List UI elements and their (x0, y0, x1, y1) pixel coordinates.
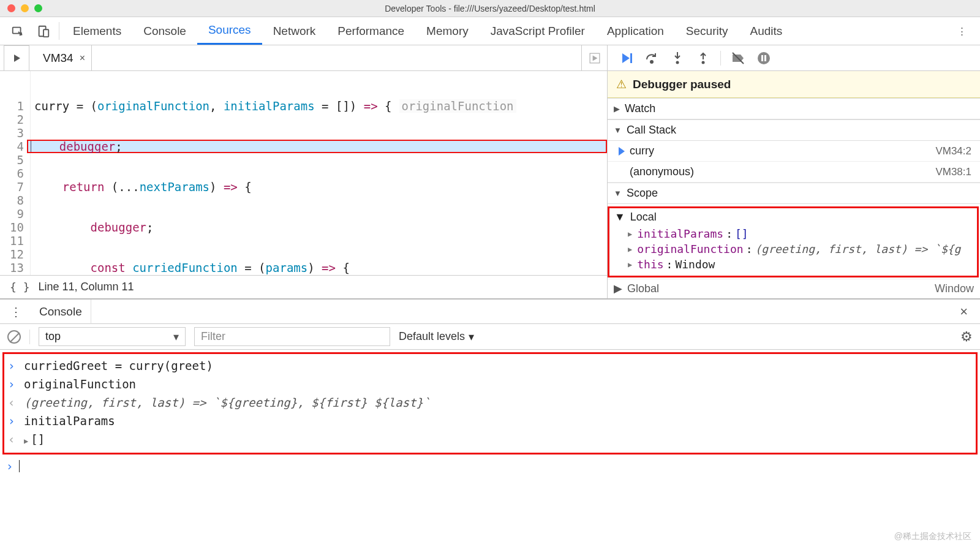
chevron-right-icon: ▶ (628, 230, 632, 238)
var-value: [] (735, 227, 748, 240)
step-over-icon[interactable] (643, 50, 660, 67)
tab-audits[interactable]: Audits (739, 17, 793, 45)
tab-memory[interactable]: Memory (415, 17, 480, 45)
svg-rect-2 (43, 29, 48, 37)
clear-console-icon[interactable] (7, 330, 21, 344)
scope-var[interactable]: ▶ initialParams: [] (609, 226, 977, 241)
chevron-down-icon: ▼ (614, 189, 622, 198)
chevron-right-icon: ▶ (628, 245, 632, 254)
run-snippet-icon[interactable] (4, 45, 29, 71)
chevron-left-icon: ‹ (8, 430, 18, 448)
log-levels[interactable]: Default levels ▾ (399, 330, 474, 344)
console-row[interactable]: ›curriedGreet = curry(greet) (8, 356, 972, 375)
editor-status: { } Line 11, Column 11 (0, 275, 607, 298)
filter-input[interactable]: Filter (194, 327, 390, 346)
stack-frame-loc: VM34:2 (935, 145, 971, 157)
chevron-right-icon: › (8, 412, 18, 430)
console-text: initialParams (24, 412, 972, 430)
tab-elements[interactable]: Elements (62, 17, 132, 45)
debugger-banner: ⚠ Debugger paused (608, 71, 980, 98)
file-play-icon[interactable] (581, 45, 607, 71)
format-icon[interactable]: { } (10, 281, 30, 293)
chevron-left-icon: ‹ (8, 393, 18, 412)
code-editor[interactable]: 1234567891011121314 curry = (originalFun… (0, 71, 607, 275)
gear-icon[interactable]: ⚙ (960, 329, 973, 345)
console-row[interactable]: ›initialParams (8, 412, 972, 430)
chevron-right-icon: › (6, 459, 13, 473)
inspect-icon[interactable] (5, 17, 31, 45)
tab-jsprofiler[interactable]: JavaScript Profiler (480, 17, 596, 45)
banner-text: Debugger paused (633, 78, 731, 91)
titlebar: Developer Tools - file:///Users/yazeed/D… (0, 0, 980, 17)
console-prompt[interactable]: › (0, 457, 980, 475)
more-icon[interactable]: ⋮ (6, 304, 26, 319)
tab-application[interactable]: Application (596, 17, 675, 45)
line-gutter[interactable]: 1234567891011121314 (0, 71, 31, 275)
chevron-right-icon: ▶ (614, 104, 620, 113)
svg-rect-10 (764, 55, 766, 61)
watch-section[interactable]: ▶ Watch (608, 98, 980, 119)
drawer-tab-console[interactable]: Console (31, 300, 91, 324)
file-tab-label: VM34 (43, 51, 74, 65)
var-name: this (637, 258, 663, 271)
scope-var[interactable]: ▶ this: Window (609, 257, 977, 272)
callstack-section[interactable]: ▼ Call Stack (608, 119, 980, 141)
close-icon[interactable] (7, 4, 15, 12)
scope-global-label: Global (627, 282, 659, 295)
pause-exceptions-icon[interactable] (755, 50, 772, 67)
svg-point-8 (758, 52, 770, 64)
scope-section[interactable]: ▼ Scope (608, 183, 980, 204)
tab-performance[interactable]: Performance (326, 17, 415, 45)
deactivate-breakpoints-icon[interactable] (729, 50, 747, 67)
scope-global-value: Window (935, 282, 974, 295)
var-value: (greeting, first, last) => `${g (755, 243, 960, 255)
console-row[interactable]: ‹▶[] (8, 430, 972, 450)
var-name: originalFunction (637, 243, 743, 255)
stack-frame-loc: VM38:1 (935, 166, 971, 178)
console-row[interactable]: ‹(greeting, first, last) => `${greeting}… (8, 393, 972, 412)
svg-point-5 (650, 61, 653, 63)
file-tab-vm34[interactable]: VM34 × (33, 45, 92, 71)
console-text: (greeting, first, last) => `${greeting},… (24, 393, 972, 412)
minimize-icon[interactable] (21, 4, 29, 12)
tabs: Elements Console Sources Network Perform… (62, 17, 793, 45)
context-selector[interactable]: top (39, 327, 186, 346)
traffic-lights (0, 4, 42, 12)
chevron-down-icon: ▾ (469, 330, 474, 344)
debugger-panel: ⚠ Debugger paused ▶ Watch ▼ Call Stack c… (608, 45, 980, 298)
chevron-right-icon: ▶ (614, 282, 622, 295)
console-text: curriedGreet = curry(greet) (24, 356, 972, 375)
close-icon[interactable]: × (954, 304, 974, 320)
tab-sources[interactable]: Sources (197, 17, 262, 45)
drawer-tabstrip: ⋮ Console × (0, 300, 980, 324)
more-icon[interactable]: ⋮ (949, 17, 975, 45)
resume-icon[interactable] (617, 50, 635, 67)
chevron-down-icon: ▼ (614, 211, 625, 224)
svg-rect-4 (630, 53, 632, 63)
svg-rect-9 (761, 55, 763, 61)
step-out-icon[interactable] (695, 50, 712, 67)
debugger-toolbar (608, 45, 980, 71)
tab-network[interactable]: Network (262, 17, 327, 45)
tab-security[interactable]: Security (675, 17, 739, 45)
scope-var[interactable]: ▶ originalFunction: (greeting, first, la… (609, 241, 977, 257)
device-icon[interactable] (31, 17, 56, 45)
watermark: @稀土掘金技术社区 (894, 531, 971, 542)
console-output: ›curriedGreet = curry(greet) ›originalFu… (2, 352, 978, 455)
tab-console[interactable]: Console (132, 17, 197, 45)
text-cursor (19, 460, 20, 472)
paused-line: debugger; (27, 140, 607, 153)
maximize-icon[interactable] (34, 4, 42, 12)
chevron-right-icon: › (8, 356, 18, 375)
console-row[interactable]: ›originalFunction (8, 375, 972, 393)
close-icon[interactable]: × (80, 53, 85, 64)
console-text: ▶[] (24, 430, 972, 450)
step-into-icon[interactable] (669, 50, 686, 67)
scope-global[interactable]: ▶ Global Window (608, 279, 980, 298)
scope-local-header[interactable]: ▼ Local (609, 208, 977, 226)
code-lines: curry = (originalFunction, initialParams… (31, 71, 607, 275)
stack-frame[interactable]: (anonymous) VM38:1 (608, 162, 980, 183)
stack-frame[interactable]: curry VM34:2 (608, 141, 980, 162)
svg-point-6 (676, 61, 679, 64)
chevron-right-icon: ▶ (24, 437, 28, 445)
